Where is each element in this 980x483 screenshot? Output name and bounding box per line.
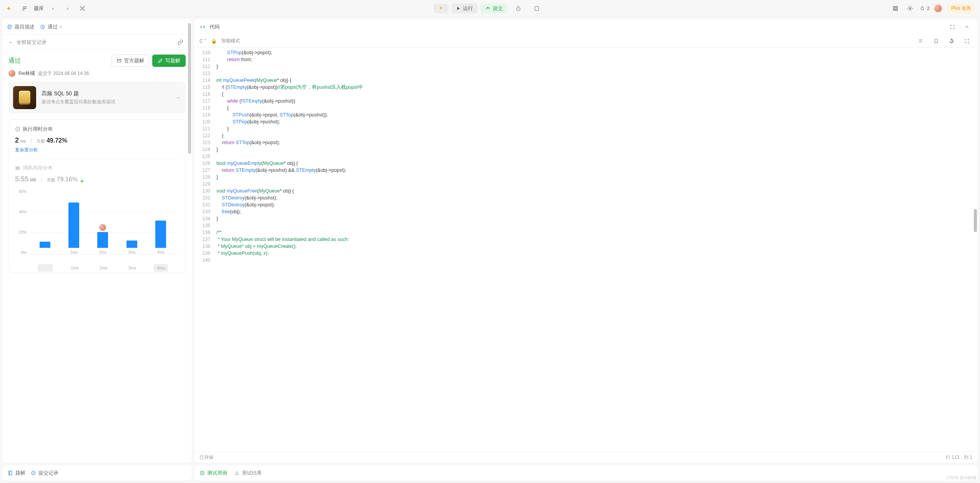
next-problem-icon[interactable]: › [62, 3, 73, 14]
memory-value: 5.55 [15, 175, 28, 183]
topbar-title[interactable]: 题库 [34, 5, 44, 12]
write-solution-button[interactable]: 写题解 [152, 55, 186, 67]
official-solution-label: 官方题解 [124, 57, 144, 64]
svg-rect-2 [893, 6, 895, 8]
submitter-name[interactable]: Re林橘 [18, 70, 35, 77]
runtime-value: 2 [15, 136, 19, 144]
submit-label: 提交 [493, 5, 503, 12]
bottom-panel: 测试用例 测试结果 [194, 465, 978, 481]
lock-icon: 🔒 [211, 38, 217, 44]
arrow-right-icon: → [174, 94, 181, 102]
all-submissions-link[interactable]: 全部提交记录 [17, 39, 47, 46]
streak-count: 2 [927, 5, 930, 11]
avatar[interactable] [933, 4, 943, 13]
bookmark-icon[interactable] [931, 36, 942, 46]
promo-db-icon [13, 86, 36, 109]
run-button[interactable]: 运行 [451, 3, 478, 13]
editor-scrollbar[interactable] [974, 209, 977, 232]
code-panel: 代码 C ˅ 🔒 智能模式 11011111211311411511611711… [194, 19, 978, 463]
tab-submissions-label: 提交记录 [38, 470, 58, 476]
code-title: 代码 [210, 23, 220, 30]
tab-description[interactable]: 题目描述 [7, 23, 35, 30]
code-icon [200, 24, 206, 30]
runtime-chart: 60%40%20%0% 1ms2ms3ms4ms 1ms2ms3ms4ms [15, 189, 179, 266]
topbar: 题库 ‹ › 运行 提交 2 Plus 会员 [0, 0, 980, 17]
code-editor[interactable]: 1101111121131141151161171181191201211221… [194, 48, 978, 451]
maximize-icon[interactable] [947, 22, 958, 32]
save-status: 已存储 [200, 454, 213, 461]
lang-selector[interactable]: C ˅ [200, 38, 206, 44]
runtime-header: 执行用时分布 [23, 126, 53, 133]
logo-icon[interactable] [5, 3, 15, 14]
leaf-icon: 🍃 [79, 178, 85, 182]
problem-list-icon[interactable] [19, 3, 30, 14]
plus-badge[interactable]: Plus 会员 [947, 3, 975, 13]
promo-title: 高频 SQL 50 题 [42, 90, 115, 97]
timer-icon[interactable] [511, 3, 526, 13]
svg-rect-1 [535, 6, 538, 10]
tab-solution[interactable]: 题解 [8, 470, 25, 476]
promo-card[interactable]: 高频 SQL 50 题 面试考点全覆盖应对高阶数据库面试 → [8, 81, 186, 114]
shuffle-icon[interactable] [77, 3, 88, 14]
svg-rect-4 [893, 9, 895, 10]
tab-testcase-label: 测试用例 [207, 470, 227, 476]
back-icon[interactable]: ← [8, 39, 13, 45]
fullscreen-icon[interactable] [962, 36, 972, 46]
memory-unit: MB [30, 178, 37, 182]
memory-beat-label: 击败 [47, 178, 55, 182]
ai-assist-button[interactable] [434, 3, 448, 13]
mode-label[interactable]: 智能模式 [221, 38, 240, 44]
settings-icon[interactable] [905, 3, 915, 14]
svg-rect-5 [896, 9, 897, 10]
left-bottom-tabs: 题解 提交记录 [2, 465, 192, 481]
tab-submissions[interactable]: 提交记录 [31, 470, 58, 476]
tab-testcase[interactable]: 测试用例 [200, 470, 227, 476]
submit-button[interactable]: 提交 [481, 3, 507, 13]
runtime-beat-pct: 49.72% [47, 137, 67, 144]
link-icon[interactable] [175, 37, 186, 48]
official-solution-button[interactable]: 官方题解 [111, 55, 149, 67]
stats-card: 执行用时分布 2 ms | 击败 49.72% 复杂度分析 消耗内存分布 5.5… [8, 119, 186, 273]
tab-history-label: 通过 [48, 23, 58, 30]
format-icon[interactable] [915, 36, 926, 46]
result-status: 通过 [8, 57, 21, 65]
tab-testresult-label: 测试结果 [242, 470, 262, 476]
tab-description-label: 题目描述 [15, 23, 35, 30]
run-label: 运行 [463, 5, 473, 12]
note-icon[interactable] [529, 3, 544, 13]
tab-testresult[interactable]: 测试结果 [234, 470, 262, 476]
cursor-position: 行 113，列 1 [946, 454, 972, 461]
tab-solution-label: 题解 [15, 470, 25, 476]
svg-rect-3 [896, 6, 897, 8]
runtime-beat-label: 击败 [37, 139, 45, 143]
memory-beat-pct: 79.16% [57, 176, 78, 183]
svg-point-6 [909, 8, 911, 9]
submitter-avatar[interactable] [8, 70, 15, 77]
layout-icon[interactable] [890, 3, 901, 14]
tab-history[interactable]: 通过× [40, 23, 62, 30]
scrollbar-thumb[interactable] [188, 23, 191, 154]
write-solution-label: 写题解 [165, 57, 180, 64]
watermark: CSDN @re林橘 [947, 475, 976, 481]
reset-icon[interactable] [946, 36, 957, 46]
complexity-link[interactable]: 复杂度分析 [15, 147, 179, 153]
streak-counter[interactable]: 2 [919, 5, 930, 12]
memory-header: 消耗内存分布 [23, 164, 53, 171]
promo-subtitle: 面试考点全覆盖应对高阶数据库面试 [42, 99, 115, 105]
left-panel: 题目描述 通过× ← 全部提交记录 通过 官方题解 写题解 [2, 19, 192, 463]
prev-problem-icon[interactable]: ‹ [48, 3, 58, 14]
submitted-at: 提交于 2024.06.04 14:36 [38, 70, 89, 77]
close-icon[interactable]: × [59, 24, 62, 30]
collapse-icon[interactable] [962, 22, 972, 32]
runtime-unit: ms [20, 139, 26, 143]
